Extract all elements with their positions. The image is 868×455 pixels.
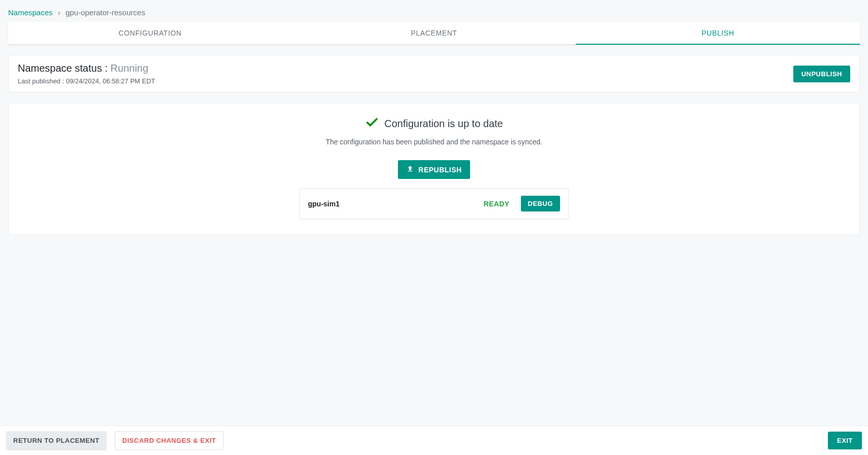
resource-item-right: READY DEBUG: [484, 196, 560, 211]
republish-button[interactable]: REPUBLISH: [398, 160, 470, 179]
tab-configuration[interactable]: CONFIGURATION: [8, 22, 292, 44]
debug-button[interactable]: DEBUG: [521, 196, 560, 211]
tabs: CONFIGURATION PLACEMENT PUBLISH: [8, 22, 860, 45]
config-description: The configuration has been published and…: [17, 138, 851, 146]
breadcrumb-current: gpu-operator-resources: [66, 8, 145, 17]
breadcrumb-separator: ›: [58, 8, 60, 17]
config-panel: Configuration is up to date The configur…: [8, 103, 860, 235]
tab-placement[interactable]: PLACEMENT: [292, 22, 576, 44]
namespace-status-value: Running: [110, 63, 148, 74]
republish-row: REPUBLISH: [17, 160, 851, 179]
footer-left: RETURN TO PLACEMENT DISCARD CHANGES & EX…: [6, 431, 224, 450]
config-title: Configuration is up to date: [384, 118, 503, 130]
status-left: Namespace status : Running Last publishe…: [18, 63, 155, 85]
last-published-label: Last published :: [18, 77, 66, 85]
footer-bar: RETURN TO PLACEMENT DISCARD CHANGES & EX…: [0, 426, 868, 455]
discard-changes-button[interactable]: DISCARD CHANGES & EXIT: [115, 431, 224, 450]
last-published-value: 09/24/2024, 06:58:27 PM EDT: [66, 77, 156, 85]
resource-item: gpu-sim1 READY DEBUG: [299, 188, 569, 219]
status-panel: Namespace status : Running Last publishe…: [8, 55, 860, 93]
last-published: Last published : 09/24/2024, 06:58:27 PM…: [18, 77, 155, 85]
namespace-status-label: Namespace status :: [18, 63, 110, 74]
upload-icon: [406, 165, 414, 174]
republish-label: REPUBLISH: [418, 166, 461, 174]
breadcrumb-root-link[interactable]: Namespaces: [8, 8, 53, 17]
resource-item-status: READY: [484, 200, 510, 208]
tab-publish[interactable]: PUBLISH: [576, 22, 860, 44]
exit-button[interactable]: EXIT: [828, 432, 862, 449]
namespace-status: Namespace status : Running: [18, 63, 155, 74]
check-icon: [365, 115, 379, 132]
config-header: Configuration is up to date: [17, 115, 851, 132]
unpublish-button[interactable]: UNPUBLISH: [793, 66, 850, 82]
breadcrumb: Namespaces › gpu-operator-resources: [0, 0, 868, 22]
resource-item-name: gpu-sim1: [308, 200, 339, 208]
return-to-placement-button[interactable]: RETURN TO PLACEMENT: [6, 431, 107, 450]
